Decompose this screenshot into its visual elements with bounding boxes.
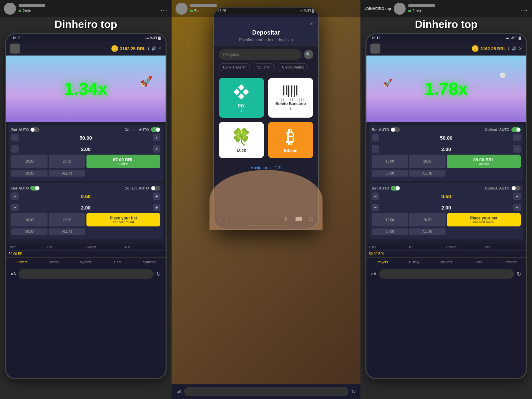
left-bet-toggle-1[interactable] — [30, 127, 40, 132]
right-bet-plus-2[interactable]: + — [513, 193, 521, 200]
left-collect-auto-1: AUTO — [139, 128, 149, 132]
right-speaker-icon[interactable]: 🔊 — [512, 46, 517, 51]
center-time: 5h — [194, 9, 199, 13]
right-collect-amount-1: 2.00 — [381, 146, 511, 152]
right-refresh-icon[interactable]: ↻ — [517, 271, 521, 277]
left-collect-minus-1[interactable]: − — [11, 145, 19, 153]
right-circle: ⚪ — [499, 72, 506, 78]
left-refresh-icon[interactable]: ↻ — [156, 271, 161, 277]
right-collect-toggle-1[interactable] — [511, 127, 521, 132]
right-collect-plus-2[interactable]: + — [513, 204, 521, 211]
left-quick-allin-1[interactable]: ALL IN — [49, 170, 85, 177]
left-action-btn-1[interactable]: 67.00 BRL Collect — [86, 155, 160, 168]
center-phone-wrap: 16:25 ▪▪▪ WiFi ▓ ✕ Depositar Escolha o — [213, 7, 319, 230]
pix-info-icon[interactable]: ℹ — [241, 109, 242, 113]
center-refresh-icon[interactable]: ↻ — [351, 389, 355, 395]
left-quick-allin-2[interactable]: ALL IN — [49, 228, 85, 235]
right-quick-10-2[interactable]: 10.00 — [372, 213, 408, 226]
filter-voucher[interactable]: Voucher — [253, 63, 275, 71]
right-collect-minus-2[interactable]: − — [372, 204, 379, 211]
boleto-info-icon[interactable]: ℹ — [290, 107, 291, 110]
right-bet-toggle-1[interactable] — [391, 127, 400, 132]
close-modal-icon[interactable]: ✕ — [309, 21, 313, 26]
center-url-bar[interactable] — [184, 387, 348, 396]
right-collect-plus-1[interactable]: + — [513, 145, 521, 153]
bitcoin-label: Bitcoin — [284, 148, 298, 153]
right-quick-50-2[interactable]: 50.00 — [372, 228, 408, 235]
right-action-btn-2[interactable]: Place your bet For next round — [447, 213, 521, 226]
left-bet-plus-2[interactable]: + — [153, 193, 160, 200]
right-quick-allin-1[interactable]: ALL IN — [409, 170, 446, 177]
center-aa-label[interactable]: aA — [177, 389, 182, 394]
left-bet-toggle-2[interactable] — [30, 186, 40, 191]
left-bet-panel-1: Bet AUTO Collect AUTO − 50.00 + — [9, 125, 163, 181]
deposit-search-input[interactable] — [219, 49, 301, 60]
right-quick-50-1[interactable]: 50.00 — [372, 170, 408, 177]
pix-card[interactable]: PIX ℹ — [219, 78, 264, 118]
right-aa-label[interactable]: aA — [371, 272, 376, 276]
boleto-card[interactable]: ||||||||||||||||| Boleto Bancário ℹ — [268, 78, 313, 118]
right-quick-20-1[interactable]: 20.00 — [409, 155, 446, 168]
search-btn[interactable]: 🔍 — [304, 50, 313, 59]
right-bet-minus-2[interactable]: − — [372, 193, 379, 200]
right-quick-20-2[interactable]: 20.00 — [409, 213, 446, 226]
left-quick-20-2[interactable]: 20.00 — [49, 213, 85, 226]
right-quick-10-1[interactable]: 10.00 — [372, 155, 408, 168]
right-url-bar[interactable] — [379, 269, 514, 279]
left-quick-10-2[interactable]: 10.00 — [11, 213, 48, 226]
right-collect-toggle-2[interactable] — [511, 186, 521, 191]
left-quick-50-1[interactable]: 50.00 — [11, 170, 48, 177]
filter-crypto[interactable]: Crypto Wallet — [278, 63, 308, 71]
right-quick-row2-2: 50.00 ALL IN — [372, 228, 521, 235]
right-more-button[interactable]: ... — [521, 5, 528, 12]
left-action-sub-2: For next round — [89, 220, 158, 224]
fourleaf-card[interactable]: 🍀 Luck — [219, 122, 264, 158]
right-info-icon[interactable]: ℹ — [508, 46, 510, 51]
left-close-icon[interactable]: ✕ — [158, 46, 162, 51]
left-tab-history[interactable]: History — [38, 260, 70, 265]
right-action-btn-1[interactable]: 89.00 BRL Collect — [447, 155, 521, 168]
left-info-icon[interactable]: ℹ — [148, 46, 149, 51]
left-bet-minus-1[interactable]: − — [11, 134, 19, 141]
left-collect-toggle-1[interactable] — [151, 127, 160, 132]
svg-rect-2 — [234, 89, 240, 95]
right-bet-panel-2: Bet AUTO Collect AUTO − 0.50 + — [369, 183, 523, 239]
left-url-bar[interactable] — [19, 269, 154, 279]
right-bet-toggle-2[interactable] — [391, 186, 400, 191]
right-bet-plus-1[interactable]: + — [513, 134, 521, 141]
left-aa-label[interactable]: aA — [11, 272, 16, 276]
right-collect-minus-1[interactable]: − — [372, 145, 379, 153]
left-lb-h-user: User — [9, 245, 47, 249]
right-close-icon[interactable]: ✕ — [519, 46, 522, 51]
search-row: 🔍 — [214, 46, 318, 63]
right-quick-allin-2[interactable]: ALL IN — [409, 228, 446, 235]
right-action-sub-2: For next round — [450, 220, 518, 224]
deposit-title: Depositar — [219, 29, 313, 36]
left-quick-10-1[interactable]: 10.00 — [11, 155, 48, 168]
left-tab-chat[interactable]: Chat — [102, 260, 134, 265]
right-username-bar — [408, 4, 435, 7]
left-quick-20-1[interactable]: 20.00 — [49, 155, 85, 168]
left-more-button[interactable]: ... — [161, 5, 168, 12]
left-action-btn-2[interactable]: Place your bet For next round — [86, 213, 160, 226]
right-tab-chat[interactable]: Chat — [462, 260, 494, 265]
left-bet-plus-1[interactable]: + — [153, 134, 160, 141]
right-bet-minus-1[interactable]: − — [372, 134, 379, 141]
left-tab-players[interactable]: Players — [6, 260, 38, 265]
left-tab-stats[interactable]: Statistics — [134, 260, 166, 265]
battery-icon: ▓ — [158, 36, 161, 40]
left-collect-toggle-2[interactable] — [151, 186, 160, 191]
left-collect-plus-2[interactable]: + — [153, 204, 160, 211]
left-collect-plus-1[interactable]: + — [153, 145, 160, 153]
right-tab-stats[interactable]: Statistics — [494, 260, 526, 265]
left-bet-minus-2[interactable]: − — [11, 193, 19, 200]
right-tab-mybets[interactable]: My bets — [430, 260, 462, 265]
left-collect-minus-2[interactable]: − — [11, 204, 19, 211]
right-tab-history[interactable]: History — [398, 260, 430, 265]
filter-bank-transfer[interactable]: Bank Transfer — [219, 63, 250, 71]
left-speaker-icon[interactable]: 🔊 — [151, 46, 156, 51]
left-quick-50-2[interactable]: 50.00 — [11, 228, 48, 235]
right-tab-players[interactable]: Players — [366, 260, 398, 265]
bitcoin-card[interactable]: ₿ Bitcoin — [268, 122, 313, 158]
left-tab-mybets[interactable]: My bets — [70, 260, 102, 265]
